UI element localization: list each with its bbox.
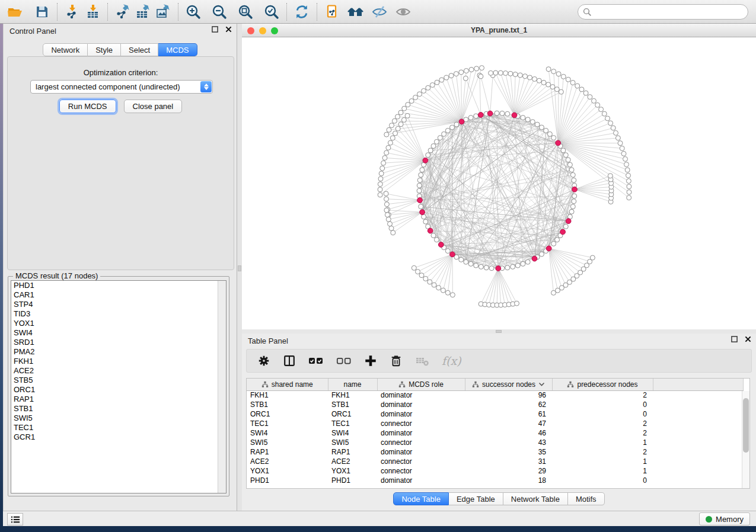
hide-selected-button[interactable] bbox=[369, 2, 390, 21]
control-panel: Control Panel NetworkStyleSelectMCDS Opt… bbox=[3, 24, 237, 511]
search-box[interactable] bbox=[578, 4, 748, 20]
horizontal-splitter[interactable] bbox=[242, 329, 756, 334]
vertical-splitter-handle[interactable] bbox=[238, 265, 241, 271]
mcds-result-item[interactable]: FKH1 bbox=[11, 357, 226, 366]
toolbar-separator bbox=[107, 3, 108, 21]
vertical-splitter[interactable] bbox=[237, 24, 242, 511]
export-table-button[interactable] bbox=[133, 2, 153, 21]
table-row[interactable]: YOX1YOX1connector291 bbox=[247, 466, 743, 476]
mcds-result-item[interactable]: PMA2 bbox=[11, 347, 226, 357]
optimization-criterion-select[interactable]: largest connected component (undirected) bbox=[30, 80, 213, 94]
traffic-minimize-button[interactable] bbox=[259, 27, 266, 34]
import-table-button[interactable] bbox=[82, 2, 103, 21]
mcds-result-item[interactable]: ORC1 bbox=[11, 385, 226, 395]
sort-desc-icon bbox=[538, 382, 545, 387]
column-header-name[interactable]: name bbox=[328, 379, 377, 390]
table-row[interactable]: PHD1PHD1dominator180 bbox=[247, 476, 743, 485]
table-scrollbar-thumb[interactable] bbox=[743, 398, 749, 453]
node-table[interactable]: shared namenameMCDS rolesuccessor nodesp… bbox=[246, 378, 750, 489]
column-header-shared-name[interactable]: shared name bbox=[247, 379, 328, 390]
mcds-result-item[interactable]: SRD1 bbox=[11, 338, 226, 347]
mcds-result-item[interactable]: STB5 bbox=[11, 376, 226, 385]
table-row[interactable]: ORC1ORC1dominator610 bbox=[247, 409, 743, 419]
result-list-scrollbar[interactable] bbox=[218, 281, 226, 493]
import-network-button[interactable] bbox=[62, 2, 82, 21]
show-columns-button[interactable] bbox=[283, 354, 296, 367]
network-canvas[interactable] bbox=[242, 37, 756, 329]
table-row[interactable]: SWI5SWI5connector431 bbox=[247, 438, 743, 447]
float-panel-icon[interactable] bbox=[731, 336, 738, 342]
mcds-result-list[interactable]: PHD1CAR1STP4TID3YOX1SWI4SRD1PMA2FKH1ACE2… bbox=[11, 280, 227, 493]
status-bar: Memory bbox=[3, 511, 756, 526]
mcds-result-item[interactable]: CAR1 bbox=[11, 290, 226, 300]
tab-node-table[interactable]: Node Table bbox=[393, 492, 449, 505]
network-home-button[interactable] bbox=[346, 2, 366, 21]
task-history-button[interactable] bbox=[7, 513, 23, 525]
traffic-close-button[interactable] bbox=[247, 27, 254, 34]
column-header-successor-nodes[interactable]: successor nodes bbox=[465, 379, 552, 390]
tab-style[interactable]: Style bbox=[88, 43, 121, 56]
mcds-result-item[interactable]: YOX1 bbox=[11, 319, 226, 328]
close-panel-button[interactable]: Close panel bbox=[124, 100, 183, 113]
zoom-selected-icon bbox=[264, 4, 279, 20]
mcds-result-item[interactable]: RAP1 bbox=[11, 395, 226, 404]
memory-button[interactable]: Memory bbox=[699, 512, 750, 525]
table-row[interactable]: FKH1FKH1dominator962 bbox=[247, 390, 743, 400]
close-panel-icon[interactable] bbox=[225, 26, 232, 33]
deselect-all-button[interactable] bbox=[336, 355, 352, 366]
table-panel-tabs: Node TableEdge TableNetwork TableMotifs bbox=[242, 492, 756, 505]
zoom-in-button[interactable] bbox=[183, 2, 203, 21]
select-stepper-icon bbox=[200, 81, 212, 92]
run-mcds-button[interactable]: Run MCDS bbox=[59, 100, 116, 113]
zoom-selected-button[interactable] bbox=[261, 2, 282, 21]
traffic-zoom-button[interactable] bbox=[271, 27, 278, 34]
table-row[interactable]: SWI4SWI4dominator462 bbox=[247, 428, 743, 438]
zoom-out-button[interactable] bbox=[209, 2, 229, 21]
column-header-predecessor-nodes[interactable]: predecessor nodes bbox=[552, 379, 653, 390]
tab-mcds[interactable]: MCDS bbox=[158, 43, 197, 56]
open-file-button[interactable] bbox=[5, 2, 25, 21]
mcds-result-item[interactable]: ACE2 bbox=[11, 366, 226, 376]
table-scrollbar[interactable] bbox=[742, 391, 749, 488]
table-row[interactable]: STB1STB1dominator620 bbox=[247, 400, 743, 409]
export-network-button[interactable] bbox=[113, 2, 133, 21]
mcds-result-item[interactable]: STB1 bbox=[11, 404, 226, 414]
select-all-button[interactable] bbox=[308, 355, 324, 366]
column-header-filler bbox=[653, 379, 743, 390]
apply-layout-button[interactable] bbox=[292, 2, 312, 21]
new-network-from-selection-button[interactable] bbox=[322, 2, 342, 21]
search-input[interactable] bbox=[595, 6, 748, 18]
float-panel-icon[interactable] bbox=[212, 26, 218, 33]
table-row[interactable]: ACE2ACE2connector311 bbox=[247, 457, 743, 466]
table-settings-button[interactable] bbox=[257, 354, 270, 367]
close-panel-icon[interactable] bbox=[745, 336, 751, 342]
add-row-button[interactable] bbox=[364, 354, 377, 367]
horizontal-splitter-handle[interactable] bbox=[496, 330, 502, 333]
mcds-result-item[interactable]: TEC1 bbox=[11, 423, 226, 432]
tab-motifs[interactable]: Motifs bbox=[568, 492, 605, 505]
save-session-button[interactable] bbox=[32, 2, 52, 21]
network-window-titlebar[interactable]: YPA_prune.txt_1 bbox=[242, 24, 756, 37]
mcds-result-item[interactable]: SWI5 bbox=[11, 414, 226, 423]
tab-network-table[interactable]: Network Table bbox=[503, 492, 568, 505]
group-attribute-icon bbox=[472, 381, 479, 388]
mcds-result-item[interactable]: PHD1 bbox=[11, 281, 226, 290]
delete-row-button[interactable] bbox=[390, 354, 403, 367]
network-view-window: YPA_prune.txt_1 bbox=[242, 24, 756, 329]
group-attribute-icon bbox=[567, 381, 574, 388]
show-all-button[interactable] bbox=[393, 2, 413, 21]
mcds-result-item[interactable]: GCR1 bbox=[11, 432, 226, 442]
export-image-button[interactable] bbox=[153, 2, 173, 21]
mcds-result-item[interactable]: SWI4 bbox=[11, 328, 226, 338]
tab-network[interactable]: Network bbox=[43, 43, 88, 56]
mcds-result-item[interactable]: TID3 bbox=[11, 309, 226, 319]
column-header-MCDS-role[interactable]: MCDS role bbox=[377, 379, 465, 390]
mcds-result-item[interactable]: STP4 bbox=[11, 300, 226, 309]
table-row[interactable]: RAP1RAP1dominator352 bbox=[247, 447, 743, 457]
optimization-criterion-value: largest connected component (undirected) bbox=[36, 82, 180, 91]
tab-edge-table[interactable]: Edge Table bbox=[449, 492, 503, 505]
control-panel-titlebar: Control Panel bbox=[4, 24, 237, 38]
table-row[interactable]: TEC1TEC1connector472 bbox=[247, 419, 743, 428]
tab-select[interactable]: Select bbox=[121, 43, 158, 56]
zoom-fit-button[interactable] bbox=[235, 2, 256, 21]
